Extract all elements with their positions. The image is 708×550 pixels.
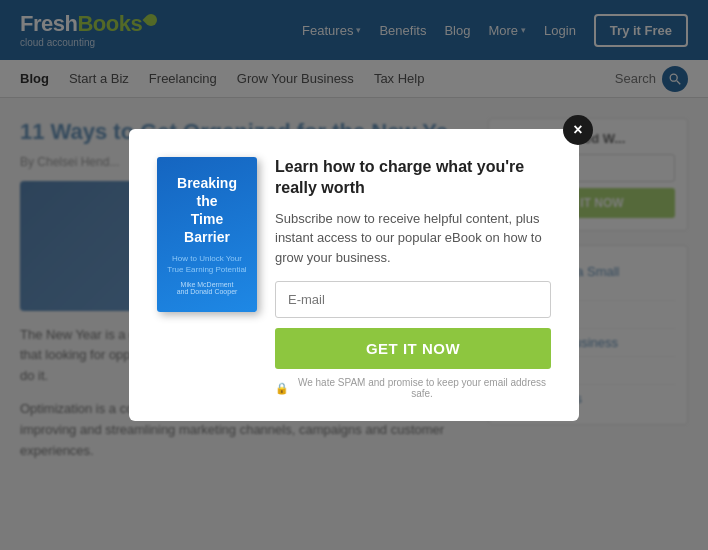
modal-email-input[interactable] bbox=[275, 281, 551, 318]
modal-headline: Learn how to charge what you're really w… bbox=[275, 157, 551, 199]
modal-spam-notice: 🔒 We hate SPAM and promise to keep your … bbox=[275, 377, 551, 399]
book-subtitle: How to Unlock YourTrue Earning Potential bbox=[167, 253, 246, 275]
book-author: Mike McDermentand Donald Cooper bbox=[177, 281, 238, 295]
modal-close-button[interactable]: × bbox=[563, 115, 593, 145]
book-cover: BreakingtheTimeBarrier How to Unlock You… bbox=[157, 157, 257, 312]
book-title: BreakingtheTimeBarrier bbox=[177, 174, 237, 247]
email-capture-modal: × BreakingtheTimeBarrier How to Unlock Y… bbox=[129, 129, 579, 421]
modal-description: Subscribe now to receive helpful content… bbox=[275, 209, 551, 268]
modal-submit-button[interactable]: GET IT NOW bbox=[275, 328, 551, 369]
modal-overlay: × BreakingtheTimeBarrier How to Unlock Y… bbox=[0, 0, 708, 550]
spam-text: We hate SPAM and promise to keep your em… bbox=[293, 377, 551, 399]
lock-icon: 🔒 bbox=[275, 382, 289, 395]
modal-form: Learn how to charge what you're really w… bbox=[275, 157, 551, 399]
